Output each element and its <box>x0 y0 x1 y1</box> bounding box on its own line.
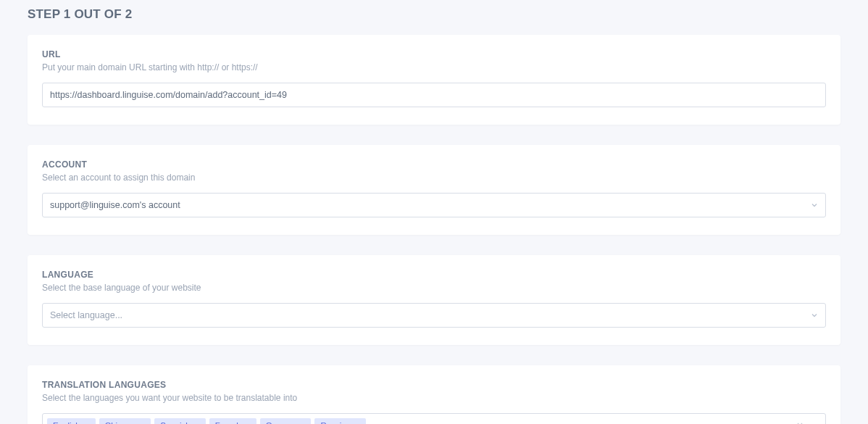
language-tag-label: French <box>215 420 241 424</box>
translation-languages-card: TRANSLATION LANGUAGES Select the languag… <box>28 365 840 424</box>
remove-tag-icon[interactable]: x <box>300 420 307 424</box>
clear-all-icon[interactable] <box>796 421 804 424</box>
language-label: LANGUAGE <box>42 270 826 280</box>
remove-tag-icon[interactable]: x <box>85 420 92 424</box>
step-heading: STEP 1 OUT OF 2 <box>28 7 840 22</box>
url-card: URL Put your main domain URL starting wi… <box>28 35 840 125</box>
url-label: URL <box>42 49 826 59</box>
account-card: ACCOUNT Select an account to assign this… <box>28 145 840 235</box>
language-tag-label: Spanish <box>160 420 191 424</box>
translation-languages-select[interactable]: EnglishxChinesexSpanishxFrenchxGermanxRu… <box>42 413 826 424</box>
language-select[interactable]: Select language... <box>42 303 826 328</box>
account-selected-value: support@linguise.com's account <box>50 200 180 210</box>
account-description: Select an account to assign this domain <box>42 172 826 183</box>
remove-tag-icon[interactable]: x <box>140 420 147 424</box>
account-label: ACCOUNT <box>42 159 826 170</box>
language-tag: Chinesex <box>99 418 151 424</box>
url-description: Put your main domain URL starting with h… <box>42 62 826 72</box>
language-tag-label: Russian <box>320 420 351 424</box>
language-tag: Frenchx <box>209 418 256 424</box>
remove-tag-icon[interactable]: x <box>195 420 202 424</box>
language-placeholder: Select language... <box>50 310 122 320</box>
language-tag-label: English <box>53 420 80 424</box>
language-tag: Spanishx <box>154 418 206 424</box>
language-tag-label: Chinese <box>105 420 135 424</box>
translation-languages-description: Select the languages you want your websi… <box>42 393 826 403</box>
language-tag: Russianx <box>314 418 366 424</box>
translation-languages-label: TRANSLATION LANGUAGES <box>42 380 826 390</box>
remove-tag-icon[interactable]: x <box>246 420 253 424</box>
language-tag: Germanx <box>260 418 312 424</box>
language-tag-label: German <box>266 420 296 424</box>
language-tag: Englishx <box>47 418 96 424</box>
language-description: Select the base language of your website <box>42 283 826 293</box>
language-card: LANGUAGE Select the base language of you… <box>28 255 840 345</box>
remove-tag-icon[interactable]: x <box>355 420 362 424</box>
account-select[interactable]: support@linguise.com's account <box>42 193 826 217</box>
url-input[interactable] <box>42 83 826 107</box>
